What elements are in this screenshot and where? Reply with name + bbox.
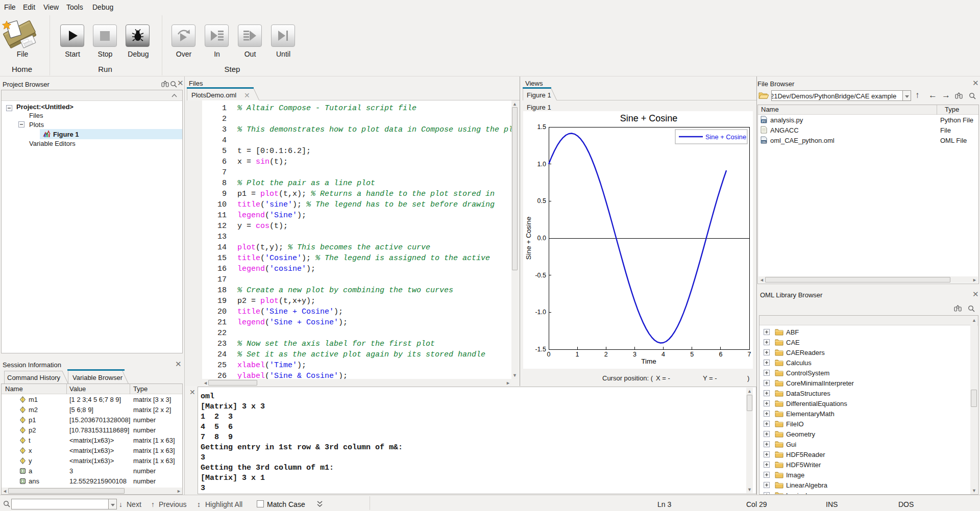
svg-text:-0.5: -0.5 — [535, 272, 546, 279]
svg-text:-1.5: -1.5 — [535, 346, 546, 353]
svg-text:1.0: 1.0 — [537, 161, 546, 168]
svg-text:Time: Time — [641, 357, 656, 365]
svg-text:OML: OML — [762, 141, 767, 143]
svg-text:0: 0 — [547, 351, 551, 358]
svg-text:5: 5 — [690, 351, 694, 358]
svg-text:4: 4 — [662, 351, 665, 358]
svg-text:0.5: 0.5 — [537, 197, 546, 205]
svg-text:Sine + Cosine: Sine + Cosine — [525, 217, 532, 260]
svg-text:Sine + Cosine: Sine + Cosine — [620, 113, 678, 123]
svg-text:1: 1 — [576, 351, 579, 358]
svg-text:0.0: 0.0 — [537, 235, 546, 242]
svg-text:3: 3 — [633, 351, 636, 358]
svg-text:6: 6 — [719, 351, 722, 358]
svg-text:7: 7 — [748, 351, 751, 358]
svg-text:-1.0: -1.0 — [535, 309, 546, 316]
svg-text:Sine + Cosine: Sine + Cosine — [705, 133, 746, 141]
svg-text:1.5: 1.5 — [537, 123, 546, 131]
svg-text:PY: PY — [762, 120, 766, 123]
svg-text:2: 2 — [604, 351, 608, 358]
